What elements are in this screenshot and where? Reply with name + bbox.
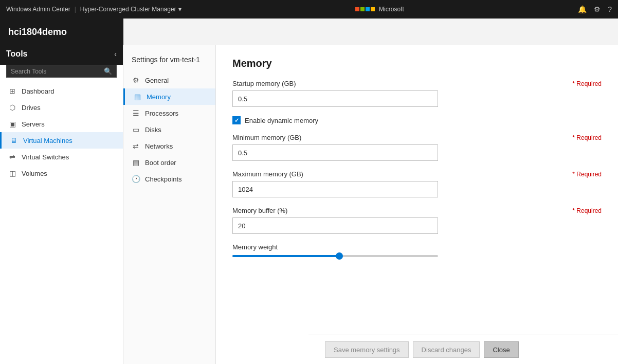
memory-weight-group: Memory weight bbox=[232, 243, 602, 257]
close-button[interactable]: Close bbox=[484, 341, 518, 358]
notification-icon[interactable]: 🔔 bbox=[578, 5, 587, 13]
sidebar-item-label: Virtual Machines bbox=[23, 137, 72, 144]
max-memory-label: Maximum memory (GB) bbox=[232, 170, 303, 178]
max-memory-input[interactable] bbox=[232, 181, 438, 197]
gear-icon[interactable]: ⚙ bbox=[594, 5, 601, 13]
buffer-group: Memory buffer (%) * Required bbox=[232, 207, 602, 234]
settings-nav-label: Memory bbox=[147, 93, 171, 101]
buffer-label-row: Memory buffer (%) * Required bbox=[232, 207, 602, 214]
topbar-center: Microsoft bbox=[355, 6, 404, 13]
settings-nav-label: Checkpoints bbox=[145, 175, 182, 183]
topbar-separator: | bbox=[75, 6, 76, 13]
sidebar-item-label: Servers bbox=[22, 120, 45, 128]
top-section: hci1804demo bbox=[0, 19, 618, 45]
vm-icon: 🖥 bbox=[10, 136, 18, 144]
min-memory-label-row: Minimum memory (GB) * Required bbox=[232, 134, 602, 141]
disks-icon: ▭ bbox=[132, 125, 140, 134]
logo-red bbox=[355, 7, 359, 11]
settings-nav-disks[interactable]: ▭ Disks bbox=[123, 121, 215, 138]
startup-memory-label: Startup memory (GB) bbox=[232, 80, 296, 87]
sidebar: Tools ‹ 🔍 ⊞ Dashboard ⬡ Drives ▣ Servers bbox=[0, 45, 123, 364]
logo-green bbox=[360, 7, 365, 11]
servers-icon: ▣ bbox=[8, 120, 16, 128]
cluster-name[interactable]: Hyper-Converged Cluster Manager ▾ bbox=[80, 6, 181, 13]
memory-icon: ▦ bbox=[133, 93, 141, 101]
max-memory-label-row: Maximum memory (GB) * Required bbox=[232, 170, 602, 178]
logo-yellow bbox=[371, 7, 375, 11]
weight-label: Memory weight bbox=[232, 243, 602, 251]
boot-order-icon: ▤ bbox=[132, 158, 140, 167]
content-area: Settings for vm-test-1 ⚙ General ▦ Memor… bbox=[123, 45, 618, 364]
dashboard-icon: ⊞ bbox=[8, 87, 16, 95]
brand-name: Microsoft bbox=[379, 6, 404, 13]
max-memory-group: Maximum memory (GB) * Required bbox=[232, 170, 602, 197]
settings-nav-label: Disks bbox=[145, 126, 161, 134]
search-bar[interactable]: 🔍 bbox=[6, 65, 117, 78]
checkmark-icon: ✓ bbox=[234, 117, 239, 124]
sidebar-item-dashboard[interactable]: ⊞ Dashboard bbox=[0, 83, 123, 99]
topbar-right: 🔔 ⚙ ? bbox=[578, 5, 612, 13]
sidebar-item-label: Drives bbox=[22, 104, 41, 112]
switch-icon: ⇌ bbox=[8, 153, 16, 161]
sidebar-item-virtual-machines[interactable]: 🖥 Virtual Machines bbox=[0, 132, 123, 149]
slider-track[interactable] bbox=[232, 255, 438, 257]
enable-dynamic-checkbox[interactable]: ✓ bbox=[232, 116, 241, 124]
settings-nav-networks[interactable]: ⇄ Networks bbox=[123, 138, 215, 154]
instance-name: hci1804demo bbox=[0, 19, 123, 45]
checkpoints-icon: 🕐 bbox=[132, 175, 140, 183]
settings-nav: Settings for vm-test-1 ⚙ General ▦ Memor… bbox=[123, 45, 216, 364]
buffer-input[interactable] bbox=[232, 217, 438, 234]
sidebar-item-virtual-switches[interactable]: ⇌ Virtual Switches bbox=[0, 149, 123, 165]
enable-dynamic-row[interactable]: ✓ Enable dynamic memory bbox=[232, 116, 602, 124]
tools-label: Tools bbox=[6, 49, 111, 59]
form-section-title: Memory bbox=[232, 58, 602, 69]
settings-nav-processors[interactable]: ☰ Processors bbox=[123, 105, 215, 121]
min-memory-group: Minimum memory (GB) * Required bbox=[232, 134, 602, 161]
settings-nav-label: Networks bbox=[145, 142, 173, 150]
logo-blue bbox=[366, 7, 370, 11]
volumes-icon: ◫ bbox=[8, 169, 16, 177]
sidebar-item-label: Virtual Switches bbox=[22, 153, 69, 161]
search-icon[interactable]: 🔍 bbox=[104, 67, 112, 75]
app-shell: hci1804demo Tools ‹ 🔍 ⊞ Dashboard ⬡ Driv… bbox=[0, 19, 618, 364]
startup-memory-input[interactable] bbox=[232, 90, 438, 107]
settings-nav-label: General bbox=[145, 77, 169, 84]
sidebar-item-label: Dashboard bbox=[22, 87, 54, 95]
settings-page-title: Settings for vm-test-1 bbox=[123, 49, 215, 72]
sidebar-item-drives[interactable]: ⬡ Drives bbox=[0, 99, 123, 116]
topbar: Windows Admin Center | Hyper-Converged C… bbox=[0, 0, 618, 19]
processors-icon: ☰ bbox=[132, 109, 140, 117]
main-layout: Tools ‹ 🔍 ⊞ Dashboard ⬡ Drives ▣ Servers bbox=[0, 45, 618, 364]
enable-dynamic-label: Enable dynamic memory bbox=[245, 117, 318, 124]
sidebar-item-volumes[interactable]: ◫ Volumes bbox=[0, 165, 123, 181]
sidebar-item-label: Volumes bbox=[22, 170, 47, 177]
sidebar-item-servers[interactable]: ▣ Servers bbox=[0, 116, 123, 132]
slider-thumb[interactable] bbox=[336, 252, 343, 260]
startup-memory-required: * Required bbox=[572, 80, 602, 87]
discard-button[interactable]: Discard changes bbox=[413, 341, 480, 358]
max-memory-required: * Required bbox=[572, 171, 602, 178]
min-memory-input[interactable] bbox=[232, 144, 438, 161]
collapse-button[interactable]: ‹ bbox=[114, 50, 117, 58]
buffer-label: Memory buffer (%) bbox=[232, 207, 287, 214]
settings-nav-general[interactable]: ⚙ General bbox=[123, 72, 215, 88]
settings-form: Memory Startup memory (GB) * Required bbox=[216, 45, 618, 335]
general-icon: ⚙ bbox=[132, 76, 140, 84]
min-memory-label: Minimum memory (GB) bbox=[232, 134, 301, 141]
topbar-left: Windows Admin Center | Hyper-Converged C… bbox=[6, 6, 181, 13]
chevron-down-icon: ▾ bbox=[178, 6, 181, 13]
min-memory-required: * Required bbox=[572, 134, 602, 141]
search-input[interactable] bbox=[11, 68, 104, 75]
startup-memory-group: Startup memory (GB) * Required bbox=[232, 80, 602, 107]
settings-nav-memory[interactable]: ▦ Memory bbox=[123, 88, 215, 105]
buffer-required: * Required bbox=[572, 207, 602, 214]
startup-memory-label-row: Startup memory (GB) * Required bbox=[232, 80, 602, 87]
settings-nav-label: Boot order bbox=[145, 159, 176, 167]
app-name: Windows Admin Center bbox=[6, 6, 70, 13]
settings-nav-checkpoints[interactable]: 🕐 Checkpoints bbox=[123, 171, 215, 187]
save-button[interactable]: Save memory settings bbox=[325, 341, 409, 358]
settings-container: Settings for vm-test-1 ⚙ General ▦ Memor… bbox=[123, 45, 618, 364]
help-icon[interactable]: ? bbox=[608, 5, 612, 13]
settings-nav-boot-order[interactable]: ▤ Boot order bbox=[123, 154, 215, 171]
sidebar-top: Tools ‹ bbox=[0, 45, 123, 65]
